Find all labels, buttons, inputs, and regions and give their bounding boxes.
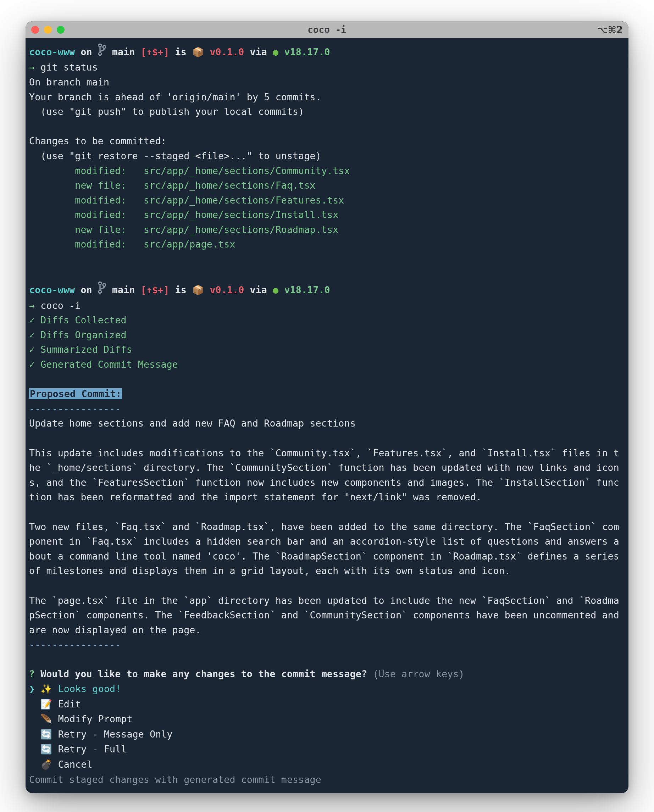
prompt-pkgver: v0.1.0 [209, 46, 244, 58]
commit-body-para: Two new files, `Faq.tsx` and `Roadmap.ts… [29, 521, 625, 577]
step-label: Generated Commit Message [40, 359, 178, 370]
step-label: Diffs Collected [40, 314, 126, 325]
hint-text: (Use arrow keys) [373, 669, 464, 679]
branch-icon [98, 43, 106, 60]
check-icon: ✓ [29, 314, 35, 325]
question-text: Would you like to make any changes to th… [40, 669, 367, 679]
svg-point-3 [99, 282, 101, 285]
prompt-on: on [81, 284, 92, 295]
branch-icon [98, 281, 106, 298]
package-icon: 📦 [192, 285, 204, 295]
window-title: coco -i [26, 24, 628, 35]
prompt-pkgver: v0.1.0 [209, 284, 244, 295]
git-output-line: (use "git push" to publish your local co… [29, 106, 304, 117]
command-input: git status [40, 62, 98, 73]
prompt-arrow: → [29, 300, 35, 311]
git-output-line: Your branch is ahead of 'origin/main' by… [29, 92, 321, 102]
menu-item-looks-good[interactable]: Looks good! [58, 683, 121, 694]
refresh-icon: 🔄 [40, 744, 52, 754]
menu-item-retry-msg[interactable]: Retry - Message Only [58, 729, 173, 740]
sparkles-icon: ✨ [40, 684, 52, 694]
git-output-line: Changes to be committed: [29, 136, 167, 147]
terminal-body[interactable]: coco-www on main [↑$+] is 📦 v0.1.0 via ●… [26, 38, 628, 793]
menu-pointer-icon: ❯ [29, 683, 35, 694]
node-icon: ● [273, 284, 278, 295]
feather-icon: 🪶 [40, 714, 52, 724]
prompt-branch: main [112, 284, 135, 295]
prompt-status: [↑$+] [141, 284, 170, 295]
footer-hint: Commit staged changes with generated com… [29, 774, 321, 785]
prompt-arrow: → [29, 62, 35, 73]
titlebar[interactable]: coco -i ⌥⌘2 [26, 21, 628, 38]
divider: ---------------- [29, 403, 121, 414]
svg-point-2 [103, 46, 106, 49]
prompt-is: is [175, 46, 186, 58]
prompt-on: on [81, 46, 92, 58]
step-label: Summarized Diffs [40, 344, 132, 355]
bomb-icon: 💣 [40, 759, 52, 770]
git-output-line: (use "git restore --staged <file>..." to… [29, 150, 321, 161]
command-input: coco -i [40, 300, 81, 311]
step-label: Diffs Organized [40, 330, 126, 340]
svg-point-1 [99, 52, 101, 55]
git-file-line: modified: src/app/_home/sections/Communi… [29, 165, 350, 176]
prompt-is: is [175, 284, 186, 295]
memo-icon: 📝 [40, 699, 52, 710]
refresh-icon: 🔄 [40, 729, 52, 740]
prompt-status: [↑$+] [141, 46, 170, 58]
prompt-nodever: v18.17.0 [284, 284, 330, 295]
terminal-window: coco -i ⌥⌘2 coco-www on main [↑$+] is 📦 … [26, 21, 628, 793]
package-icon: 📦 [192, 47, 204, 58]
svg-point-4 [99, 290, 101, 293]
divider: ---------------- [29, 639, 121, 650]
check-icon: ✓ [29, 359, 35, 370]
git-file-line: modified: src/app/page.tsx [29, 239, 235, 250]
menu-item-cancel[interactable]: Cancel [58, 759, 93, 770]
prompt-nodever: v18.17.0 [284, 46, 330, 58]
commit-title: Update home sections and add new FAQ and… [29, 418, 356, 429]
check-icon: ✓ [29, 330, 35, 340]
menu-item-retry-full[interactable]: Retry - Full [58, 743, 127, 754]
prompt-via: via [250, 46, 267, 58]
prompt-dir: coco-www [29, 46, 75, 58]
commit-body-para: This update includes modifications to th… [29, 447, 619, 503]
git-file-line: modified: src/app/_home/sections/Feature… [29, 195, 344, 206]
git-file-line: new file: src/app/_home/sections/Roadmap… [29, 224, 338, 235]
prompt-via: via [250, 284, 267, 295]
prompt-branch: main [112, 46, 135, 58]
menu-item-modify-prompt[interactable]: Modify Prompt [58, 713, 133, 724]
proposed-commit-header: Proposed Commit: [29, 388, 122, 399]
question-mark-icon: ? [29, 669, 35, 679]
svg-point-0 [99, 44, 101, 47]
prompt-dir: coco-www [29, 284, 75, 295]
git-file-line: modified: src/app/_home/sections/Install… [29, 209, 338, 220]
menu-item-edit[interactable]: Edit [58, 699, 81, 710]
git-file-line: new file: src/app/_home/sections/Faq.tsx [29, 180, 316, 191]
git-output-line: On branch main [29, 76, 109, 88]
commit-body-para: The `page.tsx` file in the `app` directo… [29, 595, 625, 635]
svg-point-5 [103, 284, 106, 287]
node-icon: ● [273, 46, 278, 58]
check-icon: ✓ [29, 344, 35, 355]
